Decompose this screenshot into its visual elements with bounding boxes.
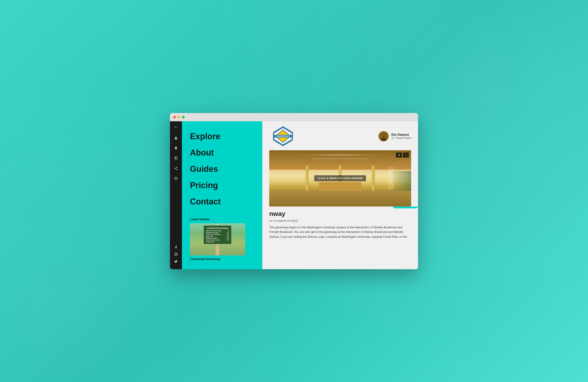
user-name: Dre Deanes (391, 133, 411, 136)
share-icon[interactable] (174, 166, 178, 171)
user-info: Dre Deanes 21 Travel Points (378, 131, 411, 141)
book-icon[interactable] (174, 156, 178, 161)
close-dot[interactable] (173, 116, 176, 119)
main-header: DIMENSIONS (262, 121, 418, 150)
avatar (378, 131, 389, 141)
user-icon[interactable] (174, 136, 178, 141)
content-section: IN PROGRESS nway ou to explore & enjoy! … (262, 207, 418, 269)
back-button[interactable]: ← (174, 125, 178, 129)
main-content: DIMENSIONS (262, 121, 418, 269)
guide-card[interactable]: Centennial Greenway MoDOT Park & Ride.5 … (190, 223, 245, 261)
column-3 (372, 165, 375, 191)
tour-controls: ⏸ ⛶ (396, 152, 409, 158)
reception-desk (319, 182, 361, 191)
pause-icon: ⏸ (398, 154, 400, 156)
black-sidebar: ← (170, 121, 182, 269)
guide-image: Centennial Greenway MoDOT Park & Ride.5 … (190, 223, 245, 255)
building-floor (269, 190, 411, 207)
svg-point-16 (384, 135, 384, 135)
tour-image: welcome CLICK & DRAG TO LOOK AROUND (269, 150, 411, 207)
svg-rect-1 (175, 253, 177, 256)
location-icon[interactable] (174, 146, 178, 151)
svg-point-15 (383, 135, 383, 135)
nav-guides[interactable]: Guides (190, 161, 254, 177)
twitter-icon[interactable] (174, 260, 178, 264)
svg-point-3 (177, 253, 177, 254)
nav-contact[interactable]: Contact (190, 193, 254, 210)
logo-container: DIMENSIONS (269, 126, 297, 147)
user-details: Dre Deanes 21 Travel Points (391, 133, 411, 140)
fullscreen-icon: ⛶ (405, 154, 407, 156)
content-subtitle: ou to explore & enjoy! (269, 219, 411, 222)
nav-pricing[interactable]: Pricing (190, 177, 254, 193)
help-icon[interactable] (174, 176, 178, 181)
browser-window: ← (170, 113, 418, 269)
social-icons (174, 246, 178, 266)
column-1 (306, 165, 309, 191)
browser-dots (173, 116, 185, 119)
pause-button[interactable]: ⏸ (396, 152, 402, 158)
browser-titlebar (170, 113, 418, 121)
user-points: 21 Travel Points (391, 136, 411, 140)
instagram-icon[interactable] (174, 253, 178, 256)
latest-guides-title: Latest Guides (190, 217, 254, 221)
in-progress-badge: IN PROGRESS (393, 207, 418, 208)
guide-name: Centennial Greenway (190, 255, 245, 261)
svg-point-2 (175, 254, 177, 255)
trail-sign: Centennial Greenway MoDOT Park & Ride.5 … (204, 226, 231, 244)
fullscreen-button[interactable]: ⛶ (403, 152, 409, 158)
content-title: nway (269, 210, 411, 217)
latest-guides-section: Latest Guides Centennial Greenway MoDOT … (190, 217, 254, 261)
facebook-icon[interactable] (174, 246, 178, 250)
sidebar-icons (174, 136, 178, 246)
browser-body: ← (170, 121, 418, 269)
content-body: This greenway begins on the Washington U… (269, 225, 411, 239)
nav-about[interactable]: About (190, 145, 254, 161)
svg-text:DIMENSIONS: DIMENSIONS (276, 135, 289, 137)
minimize-dot[interactable] (178, 116, 180, 119)
drag-label: CLICK & DRAG TO LOOK AROUND (314, 175, 366, 181)
tour-container[interactable]: welcome CLICK & DRAG TO LOOK AROUND ⏸ ⛶ (269, 150, 411, 207)
nav-panel: Explore About Guides Pricing Contact Lat… (182, 121, 262, 269)
avatar-image (378, 131, 389, 141)
nav-explore[interactable]: Explore (190, 128, 254, 145)
dimensions-logo: DIMENSIONS (269, 126, 297, 147)
maximize-dot[interactable] (182, 116, 185, 119)
svg-point-0 (175, 137, 177, 138)
nav-menu: Explore About Guides Pricing Contact (190, 128, 254, 210)
